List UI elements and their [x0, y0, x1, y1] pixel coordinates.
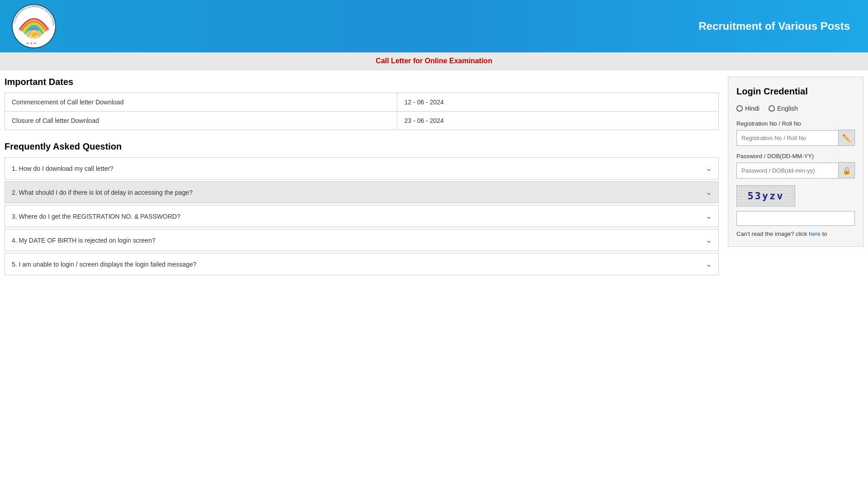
left-panel: Important Dates Commencement of Call let…	[5, 77, 719, 277]
faq-question-text: 3. Where do I get the REGISTRATION NO. &…	[12, 213, 701, 220]
faq-question[interactable]: 3. Where do I get the REGISTRATION NO. &…	[5, 206, 718, 227]
dates-value: 12 - 06 - 2024	[397, 93, 719, 112]
faq-item[interactable]: 1. How do I download my call letter?⌄	[5, 157, 719, 179]
dates-row: Closure of Call letter Download23 - 06 -…	[5, 112, 719, 130]
faq-question[interactable]: 2. What should I do if there is lot of d…	[5, 182, 718, 203]
dates-label: Commencement of Call letter Download	[5, 93, 397, 112]
dates-table: Commencement of Call letter Download12 -…	[5, 93, 719, 130]
captcha-text: 53yzv	[747, 190, 784, 202]
faq-question[interactable]: 5. I am unable to login / screen display…	[5, 253, 718, 275]
captcha-input[interactable]	[736, 211, 855, 226]
logo: 🤝 UTTARAKHAND COOPERATIVE INSTITUTIONAL …	[9, 4, 59, 49]
captcha-help: Can't read the image? click here to	[736, 230, 855, 237]
captcha-help-suffix: to	[822, 230, 827, 237]
captcha-help-link[interactable]: here	[809, 230, 821, 237]
faq-title: Frequently Asked Question	[5, 141, 719, 152]
faq-question-text: 5. I am unable to login / screen display…	[12, 261, 701, 268]
header-title: Recruitment of Various Posts	[698, 20, 859, 33]
edit-icon: ✏️	[839, 130, 855, 146]
svg-text:★ ★ ★: ★ ★ ★	[26, 42, 36, 45]
page-header: 🤝 UTTARAKHAND COOPERATIVE INSTITUTIONAL …	[0, 0, 868, 52]
chevron-down-icon: ⌄	[706, 236, 712, 244]
dates-value: 23 - 06 - 2024	[397, 112, 719, 130]
faq-question[interactable]: 1. How do I download my call letter?⌄	[5, 158, 718, 179]
chevron-down-icon: ⌄	[706, 212, 712, 221]
important-dates-title: Important Dates	[5, 77, 719, 87]
login-title: Login Credential	[736, 86, 855, 97]
dates-label: Closure of Call letter Download	[5, 112, 397, 130]
captcha-image: 53yzv	[736, 185, 795, 206]
faq-item[interactable]: 5. I am unable to login / screen display…	[5, 253, 719, 275]
password-row: 🔒	[736, 162, 855, 178]
password-label: Password / DOB(DD-MM-YY)	[736, 153, 855, 160]
faq-item[interactable]: 4. My DATE OF BIRTH is rejected on login…	[5, 229, 719, 251]
faq-list: 1. How do I download my call letter?⌄2. …	[5, 157, 719, 275]
language-hindi-label: Hindi	[745, 105, 760, 112]
faq-question[interactable]: 4. My DATE OF BIRTH is rejected on login…	[5, 230, 718, 251]
lock-icon: 🔒	[839, 162, 855, 178]
dates-row: Commencement of Call letter Download12 -…	[5, 93, 719, 112]
chevron-down-icon: ⌄	[706, 164, 712, 173]
language-english-label: English	[777, 105, 798, 112]
radio-english[interactable]	[769, 105, 775, 112]
language-row: Hindi English	[736, 105, 855, 112]
registration-input[interactable]	[736, 130, 839, 146]
faq-item[interactable]: 3. Where do I get the REGISTRATION NO. &…	[5, 205, 719, 227]
login-panel: Login Credential Hindi English Registrat…	[728, 77, 863, 247]
chevron-down-icon: ⌄	[706, 188, 712, 197]
radio-hindi[interactable]	[736, 105, 743, 112]
faq-question-text: 4. My DATE OF BIRTH is rejected on login…	[12, 237, 701, 244]
registration-label: Registration No / Roll No	[736, 120, 855, 127]
registration-row: ✏️	[736, 130, 855, 146]
svg-text:🤝: 🤝	[30, 31, 38, 38]
faq-question-text: 1. How do I download my call letter?	[12, 165, 701, 172]
faq-item[interactable]: 2. What should I do if there is lot of d…	[5, 181, 719, 203]
sub-header: Call Letter for Online Examination	[0, 52, 868, 70]
captcha-help-prefix: Can't read the image? click	[736, 230, 807, 237]
language-hindi[interactable]: Hindi	[736, 105, 760, 112]
password-input[interactable]	[736, 163, 839, 178]
sub-header-text: Call Letter for Online Examination	[376, 57, 492, 65]
chevron-down-icon: ⌄	[706, 260, 712, 268]
language-english[interactable]: English	[769, 105, 798, 112]
main-content: Important Dates Commencement of Call let…	[0, 70, 868, 284]
faq-question-text: 2. What should I do if there is lot of d…	[12, 189, 701, 196]
